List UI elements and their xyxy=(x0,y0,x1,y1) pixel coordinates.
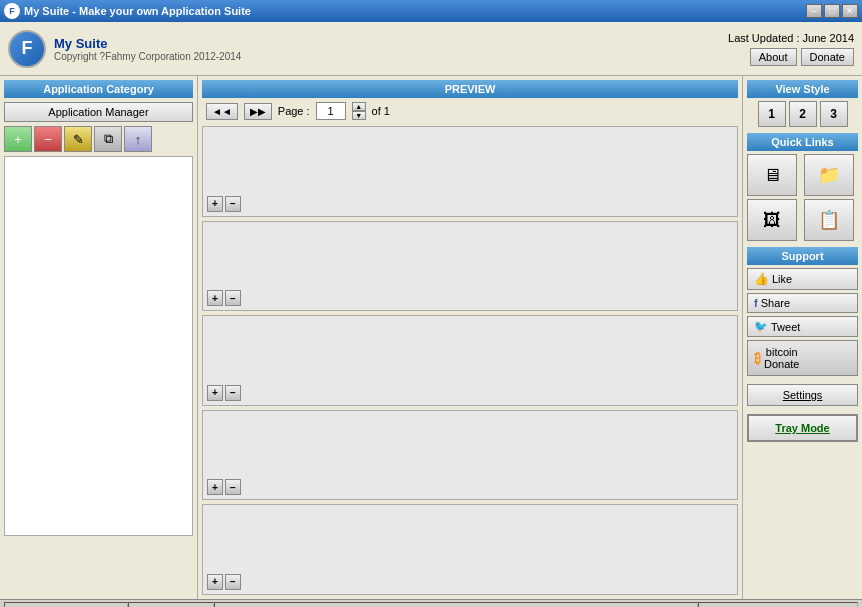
slot-4-add-button[interactable]: + xyxy=(207,479,223,495)
system-uptime: System Uptime : 0 Day(s) 7 Hour(s) 15 Mi… xyxy=(214,602,697,608)
slot-5-add-button[interactable]: + xyxy=(207,574,223,590)
view-style-buttons: 1 2 3 xyxy=(747,101,858,127)
appheader-right: Last Updated : June 2014 About Donate xyxy=(728,32,854,66)
spin-down-button[interactable]: ▼ xyxy=(352,111,366,120)
app-copyright: Copyright ?Fahmy Corporation 2012-2014 xyxy=(54,51,241,62)
view-style-3-button[interactable]: 3 xyxy=(820,101,848,127)
like-button[interactable]: 👍 Like xyxy=(747,268,858,290)
close-button[interactable]: ✕ xyxy=(842,4,858,18)
titlebar-left: F My Suite - Make your own Application S… xyxy=(4,3,251,19)
toolbar-buttons: + − ✎ ⧉ ↑ xyxy=(4,126,193,152)
thumb-up-icon: 👍 xyxy=(754,272,769,286)
add-button[interactable]: + xyxy=(4,126,32,152)
app-logo: F xyxy=(8,30,46,68)
of-total: of 1 xyxy=(372,105,390,117)
header-buttons: About Donate xyxy=(728,48,854,66)
slot-2-remove-button[interactable]: − xyxy=(225,290,241,306)
quick-links-section: Quick Links 🖥 📁 🖼 📋 xyxy=(747,133,858,241)
slot-1-remove-button[interactable]: − xyxy=(225,196,241,212)
power-usage: Power : 255% xyxy=(128,602,214,608)
view-style-section: View Style 1 2 3 xyxy=(747,80,858,127)
page-label: Page : xyxy=(278,105,310,117)
preview-nav: ◄◄ ▶▶ Page : ▲ ▼ of 1 xyxy=(202,102,738,120)
preview-header: PREVIEW xyxy=(202,80,738,98)
donate-button[interactable]: Donate xyxy=(801,48,854,66)
preview-slot-2: + − xyxy=(202,221,738,312)
last-updated: Last Updated : June 2014 xyxy=(728,32,854,44)
bitcoin-donate-label: bitcoin Donate xyxy=(764,346,799,370)
twitter-icon: 🐦 xyxy=(754,320,768,333)
share-label: Share xyxy=(761,297,790,309)
memory-usage: Memory Usage : 75% xyxy=(4,602,128,608)
remove-button[interactable]: − xyxy=(34,126,62,152)
support-header: Support xyxy=(747,247,858,265)
slot-5-controls: + − xyxy=(207,574,241,590)
spin-up-button[interactable]: ▲ xyxy=(352,102,366,111)
prev-prev-button[interactable]: ◄◄ xyxy=(206,103,238,120)
titlebar-icon: F xyxy=(4,3,20,19)
app-name: My Suite xyxy=(54,36,241,51)
view-style-2-button[interactable]: 2 xyxy=(789,101,817,127)
page-spinner: ▲ ▼ xyxy=(352,102,366,120)
preview-area: + − + − + − + − xyxy=(202,126,738,595)
status-url: http://FahmyCorporation.com xyxy=(698,602,858,608)
like-label: Like xyxy=(772,273,792,285)
slot-3-controls: + − xyxy=(207,385,241,401)
right-panel: View Style 1 2 3 Quick Links 🖥 📁 🖼 📋 Sup… xyxy=(742,76,862,599)
share-icon: f xyxy=(754,297,758,309)
titlebar-title: My Suite - Make your own Application Sui… xyxy=(24,5,251,17)
app-list xyxy=(4,156,193,536)
quick-link-1[interactable]: 🖥 xyxy=(747,154,797,196)
titlebar-controls: ─ □ ✕ xyxy=(806,4,858,18)
page-input[interactable] xyxy=(316,102,346,120)
slot-2-controls: + − xyxy=(207,290,241,306)
support-section: Support 👍 Like f Share 🐦 Tweet ₿ bi xyxy=(747,247,858,376)
slot-4-remove-button[interactable]: − xyxy=(225,479,241,495)
tweet-button[interactable]: 🐦 Tweet xyxy=(747,316,858,337)
copy-button[interactable]: ⧉ xyxy=(94,126,122,152)
up-button[interactable]: ↑ xyxy=(124,126,152,152)
slot-5-remove-button[interactable]: − xyxy=(225,574,241,590)
quick-link-2[interactable]: 📁 xyxy=(804,154,854,196)
app-header: F My Suite Copyright ?Fahmy Corporation … xyxy=(0,22,862,76)
center-panel: PREVIEW ◄◄ ▶▶ Page : ▲ ▼ of 1 + − + xyxy=(198,76,742,599)
quick-link-4[interactable]: 📋 xyxy=(804,199,854,241)
view-style-header: View Style xyxy=(747,80,858,98)
next-next-button[interactable]: ▶▶ xyxy=(244,103,272,120)
tray-mode-button[interactable]: Tray Mode xyxy=(747,414,858,442)
slot-1-controls: + − xyxy=(207,196,241,212)
slot-1-add-button[interactable]: + xyxy=(207,196,223,212)
appheader-left: F My Suite Copyright ?Fahmy Corporation … xyxy=(8,30,241,68)
minimize-button[interactable]: ─ xyxy=(806,4,822,18)
slot-2-add-button[interactable]: + xyxy=(207,290,223,306)
quick-link-3[interactable]: 🖼 xyxy=(747,199,797,241)
slot-3-add-button[interactable]: + xyxy=(207,385,223,401)
app-category-header: Application Category xyxy=(4,80,193,98)
preview-slot-5: + − xyxy=(202,504,738,595)
slot-3-remove-button[interactable]: − xyxy=(225,385,241,401)
bitcoin-donate-button[interactable]: ₿ bitcoin Donate xyxy=(747,340,858,376)
preview-slot-3: + − xyxy=(202,315,738,406)
quick-links-grid: 🖥 📁 🖼 📋 xyxy=(747,154,858,241)
maximize-button[interactable]: □ xyxy=(824,4,840,18)
preview-slot-1: + − xyxy=(202,126,738,217)
left-panel: Application Category Application Manager… xyxy=(0,76,198,599)
view-style-1-button[interactable]: 1 xyxy=(758,101,786,127)
app-manager-button[interactable]: Application Manager xyxy=(4,102,193,122)
tweet-label: Tweet xyxy=(771,321,800,333)
bitcoin-icon: ₿ xyxy=(754,350,761,366)
settings-button[interactable]: Settings xyxy=(747,384,858,406)
preview-slot-4: + − xyxy=(202,410,738,501)
edit-button[interactable]: ✎ xyxy=(64,126,92,152)
titlebar: F My Suite - Make your own Application S… xyxy=(0,0,862,22)
slot-4-controls: + − xyxy=(207,479,241,495)
share-button[interactable]: f Share xyxy=(747,293,858,313)
quick-links-header: Quick Links xyxy=(747,133,858,151)
statusbar: Memory Usage : 75% Power : 255% System U… xyxy=(0,599,862,607)
support-buttons: 👍 Like f Share 🐦 Tweet ₿ bitcoin Donate xyxy=(747,268,858,376)
about-button[interactable]: About xyxy=(750,48,797,66)
main-layout: Application Category Application Manager… xyxy=(0,76,862,599)
